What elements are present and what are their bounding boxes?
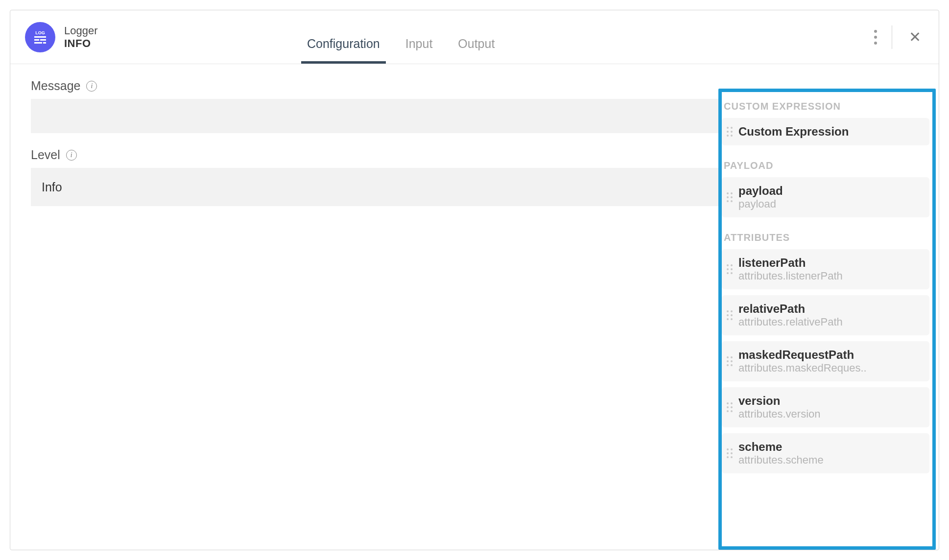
panel-header: LOG Logger INFO Configuration Input Outp…	[10, 10, 939, 64]
logger-icon: LOG	[25, 22, 55, 52]
drag-handle-icon[interactable]	[727, 192, 733, 202]
palette-item-title: payload	[738, 184, 783, 198]
drag-handle-icon[interactable]	[727, 356, 733, 366]
close-icon[interactable]: ✕	[902, 26, 928, 48]
palette-item-sub: attributes.relativePath	[738, 316, 843, 328]
tab-bar: Configuration Input Output	[304, 10, 498, 64]
palette-item-title: scheme	[738, 440, 824, 454]
panel-body: Message i Level i Info ⌄ CUSTOM EXPRESSI	[10, 64, 939, 550]
palette-item-scheme[interactable]: scheme attributes.scheme	[722, 433, 929, 473]
palette-container: CUSTOM EXPRESSION Custom Expression PAYL…	[718, 64, 939, 550]
svg-rect-3	[40, 39, 46, 41]
group-attributes: ATTRIBUTES	[722, 223, 929, 249]
palette-item-maskedrequestpath[interactable]: maskedRequestPath attributes.maskedReque…	[722, 341, 929, 381]
drag-handle-icon[interactable]	[727, 402, 733, 412]
svg-rect-4	[34, 42, 42, 44]
palette-item-sub: payload	[738, 198, 783, 210]
expression-palette[interactable]: CUSTOM EXPRESSION Custom Expression PAYL…	[722, 92, 932, 550]
logger-config-panel: LOG Logger INFO Configuration Input Outp…	[10, 10, 939, 550]
palette-item-title: version	[738, 394, 821, 408]
palette-item-title: maskedRequestPath	[738, 348, 867, 362]
palette-item-sub: attributes.listenerPath	[738, 270, 843, 282]
drag-handle-icon[interactable]	[727, 127, 733, 137]
more-options-icon[interactable]	[869, 25, 882, 49]
palette-item-sub: attributes.version	[738, 408, 821, 420]
palette-item-sub: attributes.maskedReques..	[738, 362, 867, 374]
component-name: Logger	[64, 24, 98, 37]
palette-item-sub: attributes.scheme	[738, 454, 824, 467]
svg-rect-2	[34, 39, 39, 41]
title-block: Logger INFO	[64, 24, 98, 50]
component-subtitle: INFO	[64, 37, 98, 50]
svg-text:LOG: LOG	[35, 30, 45, 35]
header-divider	[892, 25, 892, 49]
palette-item-version[interactable]: version attributes.version	[722, 387, 929, 427]
svg-rect-1	[34, 36, 46, 38]
info-icon[interactable]: i	[66, 150, 77, 161]
palette-item-title: Custom Expression	[738, 125, 849, 139]
level-label: Level	[31, 148, 60, 162]
palette-item-title: relativePath	[738, 302, 843, 316]
palette-item-payload[interactable]: payload payload	[722, 177, 929, 217]
drag-handle-icon[interactable]	[727, 448, 733, 458]
tab-output[interactable]: Output	[455, 37, 498, 64]
header-title-area: LOG Logger INFO	[10, 22, 285, 52]
palette-item-listenerpath[interactable]: listenerPath attributes.listenerPath	[722, 249, 929, 289]
drag-handle-icon[interactable]	[727, 310, 733, 320]
header-actions: ✕	[869, 10, 928, 64]
group-payload: PAYLOAD	[722, 151, 929, 177]
info-icon[interactable]: i	[86, 81, 97, 92]
palette-item-relativepath[interactable]: relativePath attributes.relativePath	[722, 295, 929, 335]
palette-item-custom-expression[interactable]: Custom Expression	[722, 118, 929, 145]
tab-configuration[interactable]: Configuration	[304, 37, 383, 64]
svg-rect-5	[43, 42, 46, 44]
drag-handle-icon[interactable]	[727, 264, 733, 274]
group-custom-expression: CUSTOM EXPRESSION	[722, 92, 929, 118]
message-label: Message	[31, 79, 80, 93]
tab-input[interactable]: Input	[403, 37, 436, 64]
palette-item-title: listenerPath	[738, 256, 843, 270]
